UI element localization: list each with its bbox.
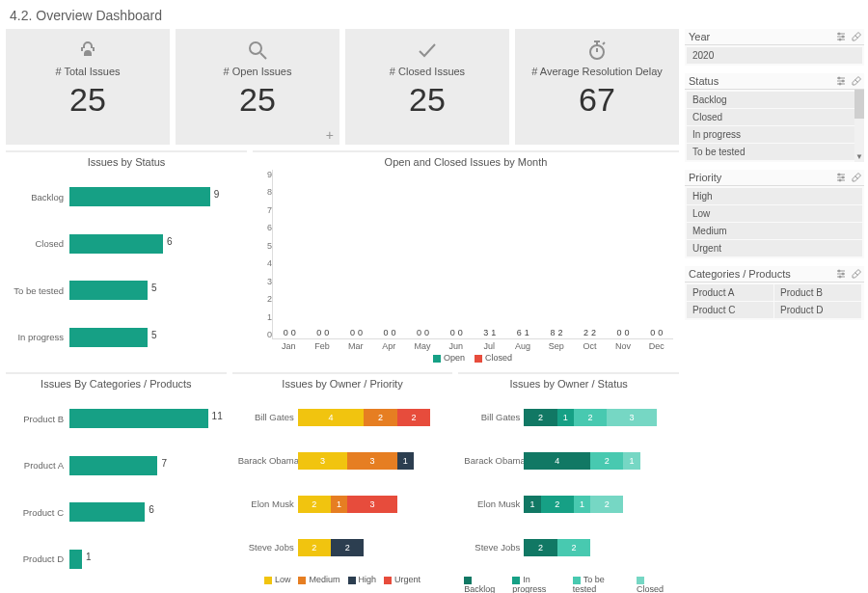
scrollbar[interactable]: ▲▼: [854, 90, 864, 162]
sliders-icon[interactable]: [835, 31, 847, 42]
panel-owner-status: Issues by Owner / Status Bill Gates2123B…: [458, 372, 679, 588]
bar-segment[interactable]: 2: [541, 496, 574, 513]
slicer-item[interactable]: 2020: [687, 47, 862, 64]
bar-value: 3: [482, 328, 489, 337]
legend-item[interactable]: Low: [264, 575, 291, 584]
bar-segment[interactable]: 2: [524, 539, 556, 556]
bar-segment[interactable]: 2: [590, 452, 623, 470]
slicer-priority: PriorityHighLowMediumUrgent: [685, 170, 864, 258]
bar-value: 0: [649, 328, 656, 337]
bar-row: Steve Jobs22: [238, 539, 448, 556]
bar-value: 11: [212, 411, 223, 421]
bar-segment[interactable]: 1: [397, 452, 414, 470]
bar-segment[interactable]: 3: [298, 452, 348, 470]
slicer-year: Year2020: [685, 29, 864, 66]
bar[interactable]: [69, 328, 148, 347]
sliders-icon[interactable]: [835, 75, 847, 87]
bar-segment[interactable]: 4: [524, 452, 590, 470]
slicer-item[interactable]: Product A: [687, 284, 773, 301]
bar-segment[interactable]: 2: [331, 539, 364, 556]
slicer-item[interactable]: Backlog: [687, 92, 862, 108]
bar-segment[interactable]: 2: [298, 496, 331, 513]
bar[interactable]: [69, 456, 157, 475]
bar-segment[interactable]: 2: [364, 409, 396, 426]
bar-segment[interactable]: 1: [574, 496, 590, 513]
bar-value: 1: [490, 328, 497, 337]
bar-segment[interactable]: 1: [524, 496, 540, 513]
bar-category: Backlog: [12, 192, 69, 202]
bar-segment[interactable]: 2: [298, 539, 331, 556]
kpi-label: # Total Issues: [55, 66, 120, 77]
legend-item[interactable]: In progress: [512, 575, 564, 593]
kpi-card[interactable]: # Average Resolution Delay67: [515, 29, 679, 145]
bar[interactable]: [69, 234, 163, 254]
slicer-item[interactable]: Medium: [687, 223, 862, 239]
bar-value: 5: [151, 330, 157, 340]
slicer-item[interactable]: Product C: [687, 302, 773, 318]
slicer-item[interactable]: Product D: [774, 302, 861, 318]
bar-value: 0: [657, 328, 664, 337]
legend-item[interactable]: Closed: [637, 575, 673, 593]
bar-value: 0: [315, 328, 322, 337]
eraser-icon[interactable]: [851, 31, 862, 42]
bar-category: Steve Jobs: [464, 542, 524, 553]
bar-value: 6: [167, 236, 173, 247]
legend-item[interactable]: Urgent: [384, 575, 420, 584]
bar-row: Product B11: [12, 406, 221, 431]
bar-value: 7: [161, 458, 167, 469]
bar[interactable]: [69, 550, 82, 569]
slicer-item[interactable]: Closed: [687, 109, 862, 125]
bar-segment[interactable]: 2: [557, 539, 590, 556]
bar-segment[interactable]: 1: [623, 452, 639, 470]
slicer-item[interactable]: High: [687, 188, 862, 204]
bar-row: Barack Obama331: [238, 452, 448, 470]
sliders-icon[interactable]: [835, 172, 847, 183]
bar-category: To be tested: [12, 285, 69, 296]
bar[interactable]: [69, 502, 145, 522]
scroll-down-icon[interactable]: ▼: [854, 152, 864, 162]
legend-item[interactable]: High: [348, 575, 377, 584]
legend-item[interactable]: Closed: [475, 353, 512, 363]
bar-segment[interactable]: 2: [590, 496, 623, 513]
bar[interactable]: [69, 187, 210, 206]
bar-segment[interactable]: 2: [524, 409, 556, 426]
bar-segment[interactable]: 2: [574, 409, 607, 426]
bar-segment[interactable]: 2: [397, 409, 430, 426]
eraser-icon[interactable]: [851, 75, 862, 87]
bar-row: To be tested5: [12, 278, 241, 303]
plus-icon[interactable]: +: [326, 127, 334, 143]
kpi-value: 25: [69, 81, 106, 119]
bar[interactable]: [69, 409, 208, 428]
slicer-item[interactable]: In progress: [687, 126, 862, 143]
bar-value: 0: [616, 328, 623, 337]
legend-item[interactable]: To be tested: [573, 575, 629, 593]
svg-point-33: [838, 270, 840, 272]
bar-segment[interactable]: 3: [607, 409, 657, 426]
x-tick: May: [406, 339, 440, 351]
legend-item[interactable]: Medium: [298, 575, 339, 584]
slicer-item[interactable]: Low: [687, 205, 862, 222]
bar-category: Closed: [12, 238, 69, 249]
bar-category: Bill Gates: [238, 412, 298, 422]
bar-segment[interactable]: 3: [347, 496, 397, 513]
sliders-icon[interactable]: [835, 268, 847, 280]
kpi-card[interactable]: # Total Issues25: [6, 29, 170, 145]
bar[interactable]: [69, 281, 148, 300]
legend-item[interactable]: Open: [433, 353, 465, 363]
x-tick: Jan: [272, 339, 306, 351]
legend-item[interactable]: Backlog: [464, 575, 504, 593]
svg-line-22: [855, 80, 858, 83]
slicer-item[interactable]: Urgent: [687, 240, 862, 256]
bar-segment[interactable]: 4: [298, 409, 365, 426]
slicer-item[interactable]: To be tested: [687, 144, 862, 160]
eraser-icon[interactable]: [851, 268, 862, 280]
bar-segment[interactable]: 3: [347, 452, 397, 470]
bar-segment[interactable]: 1: [331, 496, 347, 513]
kpi-card[interactable]: # Closed Issues25: [345, 29, 509, 145]
bar-segment[interactable]: 1: [557, 409, 574, 426]
bar-value: 0: [416, 328, 422, 337]
scrollbar-thumb[interactable]: [854, 90, 864, 119]
kpi-card[interactable]: # Open Issues25+: [176, 29, 339, 145]
slicer-item[interactable]: Product B: [774, 284, 861, 301]
eraser-icon[interactable]: [851, 172, 862, 183]
